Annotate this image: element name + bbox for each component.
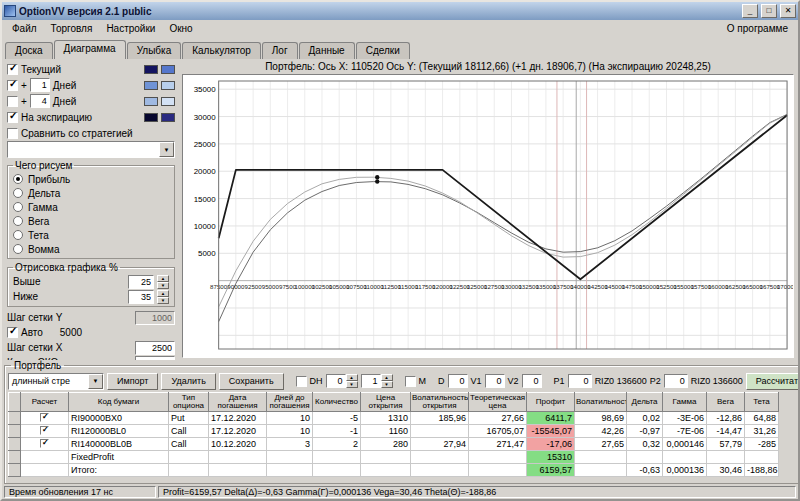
layer-checkbox[interactable]	[7, 112, 18, 123]
menu-item-3[interactable]: Окно	[162, 22, 199, 35]
auto-checkbox[interactable]	[7, 327, 18, 338]
row-calc-checkbox[interactable]	[40, 439, 49, 448]
p2-input[interactable]	[664, 374, 688, 388]
column-header[interactable]: Волатильность	[575, 393, 627, 412]
color-swatch[interactable]	[161, 113, 175, 122]
column-header[interactable]: Дней до погашения	[267, 393, 313, 412]
column-header[interactable]: Код бумаги	[69, 393, 169, 412]
tab-6[interactable]: Сделки	[356, 42, 410, 59]
column-header[interactable]: Тип опциона	[169, 393, 209, 412]
dh-value-1-stepper[interactable]	[346, 374, 358, 388]
above-stepper[interactable]	[157, 275, 169, 289]
tab-2[interactable]: Улыбка	[127, 42, 182, 59]
m-checkbox[interactable]	[405, 376, 416, 387]
color-swatch[interactable]	[144, 113, 158, 122]
profit-chart[interactable]: 5000100001500020000250003000035000875009…	[182, 74, 794, 358]
dh-checkbox[interactable]	[296, 376, 307, 387]
v1-input[interactable]	[485, 374, 505, 388]
layer-checkbox[interactable]	[7, 96, 18, 107]
menu-item-about[interactable]: О программе	[720, 22, 795, 35]
import-button[interactable]: Импорт	[107, 373, 158, 390]
days-offset-input[interactable]	[30, 78, 50, 92]
above-input[interactable]	[128, 275, 154, 289]
delete-button[interactable]: Удалить	[161, 373, 215, 390]
layer-checkbox[interactable]	[7, 80, 18, 91]
table-row[interactable]: RI120000BL0Call17.12.202010-1116016705,0…	[9, 425, 779, 438]
dh-value-1-input[interactable]	[326, 374, 346, 388]
column-header[interactable]: Волатильность открытия	[411, 393, 469, 412]
grid-y-input[interactable]	[135, 311, 175, 325]
strategy-select[interactable]: длинный стре	[8, 373, 104, 390]
dh-value-2-input[interactable]	[361, 374, 381, 388]
tab-5[interactable]: Данные	[299, 42, 355, 59]
tab-1[interactable]: Диаграмма	[54, 40, 126, 59]
below-stepper[interactable]	[157, 290, 169, 304]
menu-item-1[interactable]: Торговля	[44, 22, 100, 35]
calc-go-button[interactable]: Рассчитать ГО	[746, 373, 800, 390]
draw-option-3[interactable]: Вега	[13, 214, 169, 228]
color-swatch[interactable]	[161, 81, 175, 90]
v2-input[interactable]	[522, 374, 542, 388]
color-swatch[interactable]	[161, 97, 175, 106]
minimize-button[interactable]: _	[742, 4, 758, 18]
draw-option-0[interactable]: Прибыль	[13, 172, 169, 186]
dh-value-2-stepper[interactable]	[381, 374, 393, 388]
layer-row-1: +Дней	[7, 77, 175, 93]
chevron-down-icon[interactable]	[88, 374, 103, 389]
cell-theta: -188,86	[745, 464, 779, 477]
draw-option-5[interactable]: Вомма	[13, 242, 169, 256]
maximize-button[interactable]: □	[761, 4, 777, 18]
y-axis-label: 25000	[194, 140, 217, 149]
row-calc-checkbox[interactable]	[40, 426, 49, 435]
d-input[interactable]	[448, 374, 468, 388]
draw-option-1[interactable]: Дельта	[13, 186, 169, 200]
column-header[interactable]: Дата погашения	[209, 393, 267, 412]
column-header[interactable]: Профит	[527, 393, 575, 412]
draw-option-2[interactable]: Гамма	[13, 200, 169, 214]
column-header[interactable]: Цена открытия	[361, 393, 411, 412]
column-header[interactable]: Вега	[707, 393, 745, 412]
compare-checkbox[interactable]	[7, 128, 18, 139]
close-button[interactable]: ✕	[780, 4, 796, 18]
table-row[interactable]: RI140000BL0BCall10.12.20203228027,94271,…	[9, 438, 779, 451]
radio-icon[interactable]	[13, 202, 23, 212]
cell-open_price: 280	[361, 438, 411, 451]
radio-icon[interactable]	[13, 174, 23, 184]
tab-4[interactable]: Лог	[262, 42, 298, 59]
cell-open_price	[361, 451, 411, 464]
days-offset-input[interactable]	[30, 94, 50, 108]
strategy-compare-select[interactable]	[7, 141, 175, 158]
menu-item-2[interactable]: Настройки	[99, 22, 162, 35]
m-label: M	[419, 376, 427, 386]
cell-code: RI120000BL0	[69, 425, 169, 438]
column-header[interactable]: Гамма	[663, 393, 707, 412]
titlebar[interactable]: OptionVV версия 2.1 public _ □ ✕	[2, 2, 798, 20]
table-row[interactable]: RI90000BX0Put17.12.202010-51310185,9627,…	[9, 412, 779, 425]
color-swatch[interactable]	[161, 65, 175, 74]
radio-icon[interactable]	[13, 230, 23, 240]
chevron-down-icon[interactable]	[159, 142, 174, 157]
radio-icon[interactable]	[13, 244, 23, 254]
radio-icon[interactable]	[13, 188, 23, 198]
row-calc-checkbox[interactable]	[40, 413, 49, 422]
layer-checkbox[interactable]	[7, 64, 18, 75]
table-row[interactable]: FixedProfit15310	[9, 451, 779, 464]
column-header[interactable]: Теоретическая цена	[469, 393, 527, 412]
column-header[interactable]: Количество	[313, 393, 361, 412]
color-swatch[interactable]	[144, 81, 158, 90]
grid-x-input[interactable]	[135, 341, 175, 355]
color-swatch[interactable]	[144, 65, 158, 74]
menu-item-0[interactable]: Файл	[5, 22, 44, 35]
draw-option-4[interactable]: Тета	[13, 228, 169, 242]
save-button[interactable]: Сохранить	[219, 373, 284, 390]
tab-0[interactable]: Доска	[5, 42, 53, 59]
tab-3[interactable]: Калькулятор	[182, 42, 261, 59]
column-header[interactable]: Дельта	[627, 393, 663, 412]
table-row[interactable]: Итого:6159,57-0,630,00013630,46-188,86	[9, 464, 779, 477]
color-swatch[interactable]	[144, 97, 158, 106]
column-header[interactable]: Тета	[745, 393, 779, 412]
p1-input[interactable]	[568, 374, 592, 388]
below-input[interactable]	[128, 290, 154, 304]
column-header[interactable]: Расчет	[21, 393, 69, 412]
radio-icon[interactable]	[13, 216, 23, 226]
